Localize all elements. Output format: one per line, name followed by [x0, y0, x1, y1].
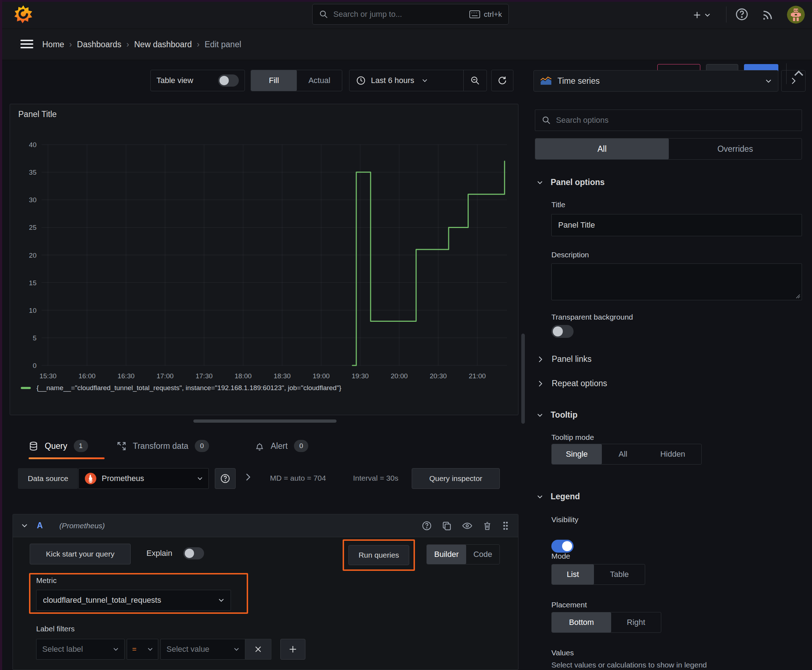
breadcrumb-new-dashboard[interactable]: New dashboard [134, 40, 192, 49]
resize-handle-icon[interactable] [795, 293, 800, 298]
kickstart-query-button[interactable]: Kick start your query [30, 544, 131, 564]
select-value-placeholder: Select value [166, 645, 234, 654]
run-queries-button[interactable]: Run queries [348, 545, 409, 565]
y-tick-label: 30 [29, 196, 37, 204]
builder-option[interactable]: Builder [427, 545, 466, 564]
tab-query-label: Query [45, 441, 67, 451]
label-filters-label: Label filters [36, 624, 75, 633]
pane-resize-handle[interactable] [193, 420, 337, 423]
tooltip-hidden-option[interactable]: Hidden [644, 444, 701, 464]
legend-visibility-toggle[interactable] [551, 540, 573, 553]
legend-values-label: Values [551, 648, 574, 657]
metric-highlight: Metric cloudflared_tunnel_total_requests [29, 573, 248, 614]
options-search-box[interactable] [535, 110, 802, 131]
transparent-background-toggle[interactable] [551, 325, 573, 338]
tab-transform-data[interactable]: Transform data 0 [117, 434, 209, 458]
y-tick-label: 20 [29, 252, 37, 259]
legend-section-header[interactable]: Legend [537, 492, 580, 501]
panel-links-header: Panel links [552, 354, 592, 364]
delete-query-icon[interactable] [482, 520, 492, 531]
global-search-input[interactable] [333, 10, 466, 19]
description-field[interactable] [551, 264, 802, 300]
legend-placement-bottom[interactable]: Bottom [552, 612, 611, 633]
datasource-help-button[interactable] [215, 468, 236, 489]
y-tick-label: 25 [29, 224, 37, 231]
zoom-out-icon[interactable] [464, 70, 487, 91]
query-ref-id[interactable]: A [37, 521, 43, 530]
add-menu-button[interactable] [692, 8, 710, 22]
legend-placement-right[interactable]: Right [611, 612, 661, 633]
datasource-value: Prometheus [102, 474, 197, 483]
operator-value: = [132, 645, 147, 653]
refresh-button[interactable] [491, 70, 514, 91]
legend-series-label[interactable]: {__name__="cloudflared_tunnel_total_requ… [37, 384, 341, 392]
select-value-dropdown[interactable]: Select value [160, 639, 245, 660]
x-tick-label: 17:00 [156, 372, 174, 380]
tooltip-section-header[interactable]: Tooltip [537, 410, 578, 420]
select-label-dropdown[interactable]: Select label [36, 639, 125, 660]
collapse-sidebar-button[interactable] [781, 70, 805, 91]
legend-item[interactable]: {__name__="cloudflared_tunnel_total_requ… [21, 384, 341, 392]
legend-mode-table[interactable]: Table [594, 564, 645, 584]
repeat-options-section[interactable]: Repeat options [539, 379, 607, 388]
chevron-down-icon [422, 79, 427, 82]
datasource-picker[interactable]: Prometheus [78, 468, 209, 489]
chevron-down-icon[interactable] [22, 524, 27, 528]
query-help-icon[interactable] [421, 520, 432, 531]
x-tick-label: 18:00 [234, 372, 252, 380]
visualization-picker[interactable]: Time series [534, 70, 778, 91]
title-label: Title [551, 200, 565, 209]
scrollbar-thumb[interactable] [521, 333, 525, 424]
tab-all[interactable]: All [535, 139, 669, 159]
y-tick-label: 10 [29, 307, 37, 314]
topbar: ctrl+k [0, 0, 812, 29]
tab-alert[interactable]: Alert 0 [255, 434, 308, 458]
news-icon[interactable] [761, 7, 775, 22]
chevron-down-icon [537, 413, 543, 417]
panel-links-section[interactable]: Panel links [539, 354, 592, 364]
chevron-right-icon[interactable] [246, 473, 251, 481]
query-row-header[interactable]: A (Prometheus) [13, 514, 518, 537]
global-search-box[interactable]: ctrl+k [312, 4, 509, 25]
query-inspector-button[interactable]: Query inspector [412, 468, 500, 489]
metric-value: cloudflared_tunnel_total_requests [43, 596, 219, 605]
add-filter-button[interactable] [280, 639, 305, 660]
menu-icon[interactable] [20, 38, 34, 50]
hide-query-icon[interactable] [461, 520, 473, 531]
tab-query[interactable]: Query 1 [29, 434, 88, 458]
time-series-chart[interactable]: 051015202530354015:3016:0016:3017:0017:3… [10, 104, 518, 391]
breadcrumb-home[interactable]: Home [42, 40, 64, 49]
avatar[interactable] [787, 6, 805, 24]
remove-filter-button[interactable] [245, 639, 271, 660]
tooltip-header: Tooltip [551, 410, 578, 420]
help-icon[interactable] [735, 7, 749, 22]
options-search-input[interactable] [556, 116, 795, 125]
breadcrumb-dashboards[interactable]: Dashboards [77, 40, 121, 49]
tab-overrides[interactable]: Overrides [669, 139, 802, 159]
metric-select[interactable]: cloudflared_tunnel_total_requests [36, 590, 231, 611]
operator-dropdown[interactable]: = [127, 639, 158, 660]
chevron-down-icon [705, 13, 710, 17]
drag-handle-icon[interactable] [502, 520, 509, 531]
panel-options-section-header[interactable]: Panel options [537, 178, 605, 187]
panel-title-input[interactable] [558, 220, 795, 230]
navbar: Home › Dashboards › New dashboard › Edit… [0, 29, 812, 60]
close-icon [254, 646, 262, 653]
explain-toggle[interactable] [183, 547, 204, 559]
tooltip-single-option[interactable]: Single [552, 444, 602, 464]
grafana-logo[interactable] [14, 5, 33, 24]
tooltip-all-option[interactable]: All [602, 444, 644, 464]
description-textarea[interactable] [557, 267, 797, 296]
time-range-picker[interactable]: Last 6 hours [349, 76, 463, 86]
legend-mode-segment: List Table [551, 564, 645, 585]
fill-option[interactable]: Fill [251, 70, 297, 91]
bell-icon [255, 441, 264, 451]
time-range-label: Last 6 hours [371, 76, 414, 85]
code-option[interactable]: Code [466, 545, 500, 564]
chevron-down-icon [147, 648, 153, 651]
duplicate-query-icon[interactable] [441, 520, 452, 531]
table-view-toggle[interactable] [218, 74, 239, 86]
legend-mode-list[interactable]: List [552, 564, 594, 584]
panel-title-field[interactable] [551, 214, 802, 236]
actual-option[interactable]: Actual [297, 70, 342, 91]
